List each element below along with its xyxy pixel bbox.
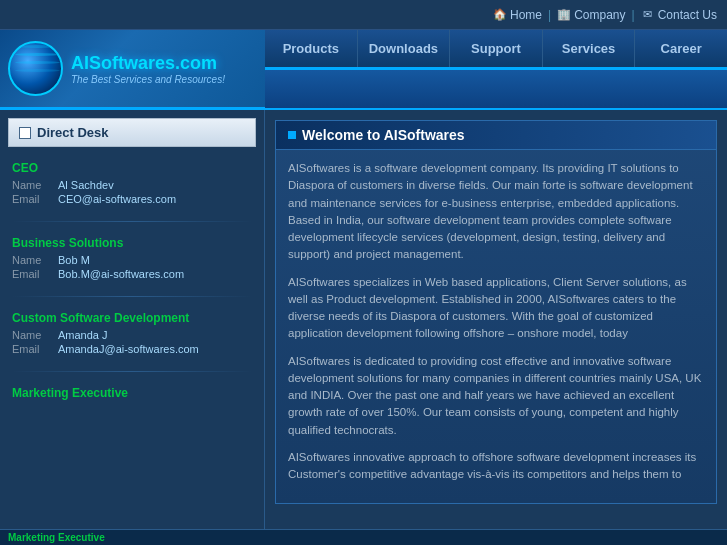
custom-email-value: AmandaJ@ai-softwares.com (58, 343, 199, 355)
custom-email-label: Email (12, 343, 50, 355)
biz-email-label: Email (12, 268, 50, 280)
ceo-email-row: Email CEO@ai-softwares.com (12, 193, 252, 205)
direct-desk-checkbox[interactable] (19, 127, 31, 139)
custom-email-row: Email AmandaJ@ai-softwares.com (12, 343, 252, 355)
status-bar: Marketing Executive (0, 529, 727, 545)
welcome-body: AISoftwares is a software development co… (276, 150, 716, 503)
welcome-para-1: AISoftwares is a software development co… (288, 160, 704, 264)
contact-section-custom: Custom Software Development Name Amanda … (0, 305, 264, 363)
logo-text: AISoftwares.com The Best Services and Re… (71, 53, 225, 85)
welcome-header: Welcome to AISoftwares (276, 121, 716, 150)
welcome-para-4: AISoftwares innovative approach to offsh… (288, 449, 704, 484)
custom-name-value: Amanda J (58, 329, 108, 341)
section-title-biz: Business Solutions (12, 236, 252, 250)
separator1: | (548, 8, 551, 22)
site-title: AISoftwares.com (71, 53, 225, 74)
ceo-email-value: CEO@ai-softwares.com (58, 193, 176, 205)
section-title-ceo: CEO (12, 161, 252, 175)
sidebar: Direct Desk CEO Name Al Sachdev Email CE… (0, 110, 265, 545)
top-navigation-bar: 🏠 Home | 🏢 Company | ✉ Contact Us (0, 0, 727, 30)
biz-name-value: Bob M (58, 254, 90, 266)
site-tagline: The Best Services and Resources! (71, 74, 225, 85)
direct-desk-header[interactable]: Direct Desk (8, 118, 256, 147)
tab-downloads[interactable]: Downloads (358, 30, 451, 67)
contact-section-marketing: Marketing Executive (0, 380, 264, 410)
tab-products[interactable]: Products (265, 30, 358, 67)
biz-email-value: Bob.M@ai-softwares.com (58, 268, 184, 280)
ceo-name-label: Name (12, 179, 50, 191)
ceo-name-value: Al Sachdev (58, 179, 114, 191)
direct-desk-label: Direct Desk (37, 125, 109, 140)
top-nav-links: 🏠 Home | 🏢 Company | ✉ Contact Us (493, 8, 717, 22)
company-icon: 🏢 (557, 8, 571, 22)
tab-services[interactable]: Services (543, 30, 636, 67)
logo-area: AISoftwares.com The Best Services and Re… (0, 30, 265, 110)
welcome-para-2: AISoftwares specializes in Web based app… (288, 274, 704, 343)
welcome-title: Welcome to AISoftwares (302, 127, 465, 143)
main-navigation: Products Downloads Support Services Care… (265, 30, 727, 70)
welcome-bullet-icon (288, 131, 296, 139)
divider-2 (12, 296, 252, 297)
contact-icon: ✉ (641, 8, 655, 22)
status-text: Marketing Executive (8, 532, 105, 543)
biz-name-row: Name Bob M (12, 254, 252, 266)
section-title-marketing: Marketing Executive (12, 386, 252, 400)
contact-link[interactable]: ✉ Contact Us (641, 8, 717, 22)
secondary-nav-band (265, 70, 727, 110)
main-content: Welcome to AISoftwares AISoftwares is a … (265, 110, 727, 545)
section-title-custom: Custom Software Development (12, 311, 252, 325)
custom-name-row: Name Amanda J (12, 329, 252, 341)
divider-3 (12, 371, 252, 372)
biz-name-label: Name (12, 254, 50, 266)
home-icon: 🏠 (493, 8, 507, 22)
contact-section-ceo: CEO Name Al Sachdev Email CEO@ai-softwar… (0, 155, 264, 213)
biz-email-row: Email Bob.M@ai-softwares.com (12, 268, 252, 280)
home-link[interactable]: 🏠 Home (493, 8, 542, 22)
tab-career[interactable]: Career (635, 30, 727, 67)
welcome-para-3: AISoftwares is dedicated to providing co… (288, 353, 704, 439)
divider-1 (12, 221, 252, 222)
welcome-panel: Welcome to AISoftwares AISoftwares is a … (275, 120, 717, 504)
globe-icon (8, 41, 63, 96)
custom-name-label: Name (12, 329, 50, 341)
company-link[interactable]: 🏢 Company (557, 8, 625, 22)
ceo-email-label: Email (12, 193, 50, 205)
ceo-name-row: Name Al Sachdev (12, 179, 252, 191)
tab-support[interactable]: Support (450, 30, 543, 67)
contact-section-biz: Business Solutions Name Bob M Email Bob.… (0, 230, 264, 288)
separator2: | (632, 8, 635, 22)
